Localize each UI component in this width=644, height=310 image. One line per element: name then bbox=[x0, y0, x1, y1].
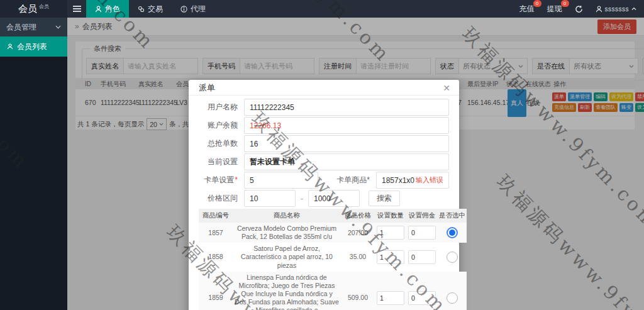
card-setting-label: 卡单设置* bbox=[199, 175, 238, 185]
info-icon bbox=[180, 6, 187, 13]
product-table: 商品编号 商品名称 商品价格 设置数量 设置佣金 是否选中 1857 Cerve… bbox=[199, 209, 467, 310]
close-icon[interactable]: ✕ bbox=[443, 84, 450, 92]
recharge-menu[interactable]: 充值 0 bbox=[519, 4, 535, 14]
required-mark: * bbox=[235, 175, 238, 184]
product-name: Satoru Papel de Arroz, Caracteristico a … bbox=[233, 243, 341, 271]
sidebar-item-member-list[interactable]: 会员列表 bbox=[0, 36, 67, 57]
card-product-value: 1857x1x0 bbox=[382, 176, 414, 185]
app-logo: 会员会员 bbox=[0, 0, 67, 18]
recharge-label: 充值 bbox=[519, 4, 535, 14]
sidebar: 会员管理 会员列表 bbox=[0, 18, 67, 310]
col-product-id: 商品编号 bbox=[199, 209, 233, 223]
select-radio[interactable] bbox=[447, 252, 458, 263]
product-price: 35.00 bbox=[341, 243, 375, 271]
topbar: 会员会员 角色 交易 代理 充值 0 提现 0 bbox=[0, 0, 644, 18]
withdraw-label: 提现 bbox=[547, 4, 562, 14]
price-dash: - bbox=[301, 194, 303, 203]
product-price: 207.00 bbox=[341, 223, 375, 243]
chevron-up-icon bbox=[631, 7, 636, 11]
screen: 会员会员 角色 交易 代理 充值 0 提现 0 bbox=[0, 0, 644, 310]
col-selected: 是否选中 bbox=[438, 209, 467, 223]
user-menu[interactable]: sssssss bbox=[596, 6, 637, 13]
balance-label: 账户余额 bbox=[199, 120, 238, 131]
tab-role[interactable]: 角色 bbox=[86, 0, 129, 18]
tab-label: 角色 bbox=[105, 4, 120, 14]
col-set-qty: 设置数量 bbox=[375, 209, 406, 223]
hamburger-icon[interactable] bbox=[67, 0, 86, 18]
sidebar-item-label: 会员列表 bbox=[17, 42, 47, 52]
sidebar-group-member-mgmt[interactable]: 会员管理 bbox=[0, 18, 67, 36]
tab-label: 代理 bbox=[191, 4, 206, 14]
price-range-label: 价格区间 bbox=[199, 193, 238, 204]
price-min-input[interactable] bbox=[244, 190, 296, 207]
orders-label: 总抢单数 bbox=[199, 138, 238, 149]
product-row: 1858 Satoru Papel de Arroz, Caracteristi… bbox=[199, 243, 467, 271]
user-avatar-icon bbox=[596, 6, 602, 13]
recharge-badge: 0 bbox=[533, 0, 541, 7]
commission-input[interactable] bbox=[408, 291, 436, 305]
commission-input[interactable] bbox=[408, 226, 436, 240]
input-error-hint: 输入错误 bbox=[416, 175, 443, 185]
qty-input[interactable] bbox=[377, 291, 404, 305]
product-row: 1859 Linenspa Funda nórdica de Microfibr… bbox=[199, 272, 467, 310]
current-setting-value: 暂未设置卡单 bbox=[244, 153, 449, 170]
balance-value: 12266.13 bbox=[244, 117, 449, 134]
exchange-icon bbox=[138, 6, 145, 13]
product-name: Linenspa Funda nórdica de Microfibra; Ju… bbox=[233, 272, 341, 310]
product-name: Cerveza Modelo Combo Premium Pack, 12 Bo… bbox=[233, 223, 341, 243]
username: sssssss bbox=[605, 6, 630, 13]
card-product-field[interactable]: 1857x1x0 输入错误 bbox=[376, 172, 449, 189]
modal-search-button[interactable]: 搜索 bbox=[369, 191, 400, 206]
card-setting-input[interactable] bbox=[244, 172, 318, 189]
product-id: 1859 bbox=[199, 272, 233, 310]
user-icon bbox=[7, 43, 13, 50]
modal-header: 派单 ✕ bbox=[189, 80, 459, 96]
select-radio[interactable] bbox=[447, 227, 458, 238]
commission-input[interactable] bbox=[408, 250, 436, 264]
modal-body: 用户名称 账户余额 12266.13 总抢单数 当前设置 暂未设置卡单 卡单设置… bbox=[189, 96, 459, 310]
withdraw-menu[interactable]: 提现 0 bbox=[547, 4, 562, 14]
logo-sup: 会员 bbox=[39, 3, 49, 10]
col-product-price: 商品价格 bbox=[341, 209, 375, 223]
topbar-right: 充值 0 提现 0 sssssss bbox=[519, 4, 644, 14]
user-icon bbox=[95, 6, 102, 13]
col-set-commission: 设置佣金 bbox=[406, 209, 438, 223]
chevron-down-icon bbox=[55, 25, 61, 29]
withdraw-badge: 0 bbox=[561, 0, 569, 7]
username-input[interactable] bbox=[244, 99, 449, 116]
qty-input[interactable] bbox=[377, 250, 404, 264]
modal-title: 派单 bbox=[199, 82, 215, 94]
col-product-name: 商品名称 bbox=[233, 209, 341, 223]
product-id: 1858 bbox=[199, 243, 233, 271]
refresh-icon bbox=[575, 5, 583, 13]
username-label: 用户名称 bbox=[199, 102, 238, 113]
qty-input[interactable] bbox=[377, 226, 404, 240]
required-mark: * bbox=[367, 175, 370, 184]
logo-text: 会员 bbox=[18, 3, 37, 15]
tab-agent[interactable]: 代理 bbox=[172, 0, 214, 18]
current-setting-label: 当前设置 bbox=[199, 157, 238, 167]
product-price: 509.00 bbox=[341, 272, 375, 310]
product-row: 1857 Cerveza Modelo Combo Premium Pack, … bbox=[199, 223, 467, 243]
price-max-input[interactable] bbox=[308, 190, 360, 207]
sidebar-group-label: 会员管理 bbox=[6, 22, 36, 33]
card-product-label: 卡单商品* bbox=[327, 175, 370, 185]
tab-trade[interactable]: 交易 bbox=[129, 0, 172, 18]
product-id: 1857 bbox=[199, 223, 233, 243]
select-radio[interactable] bbox=[447, 292, 458, 304]
refresh-button[interactable] bbox=[575, 5, 583, 13]
orders-input[interactable] bbox=[244, 135, 449, 152]
tab-label: 交易 bbox=[148, 4, 163, 14]
dispatch-modal: 派单 ✕ 用户名称 账户余额 12266.13 总抢单数 当前设置 暂未设置卡单… bbox=[189, 80, 459, 310]
